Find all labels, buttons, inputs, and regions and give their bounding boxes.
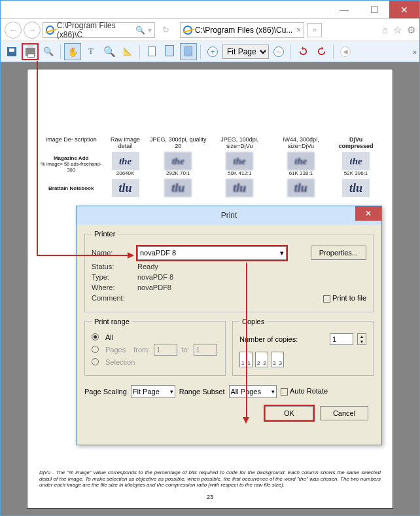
col-header: DjVu compressed [331,135,381,151]
tab-title: C:\Program Files (x86)\Cu... [195,26,292,35]
marquee-button[interactable]: 📐 [119,43,136,60]
browser-tab[interactable]: C:\Program Files (x86)\Cu... × [180,22,304,38]
page-scaling-select[interactable]: Fit Page [131,385,175,398]
row-header: Brattain Notebook [39,177,103,198]
comparison-table: Image De- scription Raw image detail JPE… [39,135,381,198]
save-button[interactable] [3,43,20,60]
collate-preview: 11 22 33 [239,352,366,367]
search-icon[interactable]: 🔍 [135,26,145,35]
zoom-tool-button[interactable]: 🔍 [101,43,118,60]
range-all-radio[interactable]: All [92,333,219,341]
window-close-button[interactable]: ✕ [389,1,419,18]
col-header: JPEG, 300dpi, quality 20 [148,135,209,151]
printer-group: Printer Name: novaPDF 8▾ Properties... S… [84,230,374,312]
status-value: Ready [137,263,158,270]
new-tab-button[interactable]: ▫ [307,23,322,37]
toolbar-overflow[interactable]: » [413,48,417,56]
zoom-in-button[interactable]: + [204,43,221,60]
col-header: IW44, 300dpi, size=DjVu [271,135,332,151]
type-value: novaPDF 8 [137,273,173,281]
prev-page-button[interactable]: ◄ [337,43,354,60]
annotation-arrowhead [243,417,249,424]
range-selection-radio[interactable]: Selection [92,358,219,366]
settings-gear-icon[interactable]: ⚙ [407,24,415,36]
print-to-file-checkbox[interactable]: Print to file [323,294,366,303]
properties-button[interactable]: Properties... [311,246,366,260]
dialog-title: Print ✕ [77,206,381,225]
rotate-ccw-button[interactable] [294,43,311,60]
viewer-toolbar: 🔍 ✋ T 🔍 📐 + Fit Page − ◄ » [1,41,419,62]
tab-close-button[interactable]: × [296,26,301,35]
row-header: Magazine Add% image= 56 ads-freehand-300 [39,151,103,177]
col-header: Raw image detail [103,135,147,151]
ie-icon [46,26,54,35]
find-button[interactable]: 🔍 [40,43,57,60]
address-bar[interactable]: C:\Program Files (x86)\C 🔍 ▾ [43,22,155,38]
cancel-button[interactable]: Cancel [320,406,368,420]
auto-rotate-checkbox[interactable]: Auto Rotate [281,387,328,396]
col-header: JPEG, 100dpi, size=DjVu [209,135,271,151]
print-dialog: Print ✕ Printer Name: novaPDF 8▾ Propert… [76,206,382,445]
ok-button[interactable]: OK [265,406,313,420]
nav-back-button[interactable]: ← [5,22,22,39]
browser-navbar: ← → C:\Program Files (x86)\C 🔍 ▾ ↻ C:\Pr… [1,19,419,41]
print-button[interactable] [22,43,39,60]
home-icon[interactable]: ⌂ [382,24,388,36]
annotation-arrow [37,61,38,256]
window-titlebar: — ☐ ✕ [1,1,419,19]
footnote-text: DjVu . The "% image" value corresponds t… [39,470,381,488]
facing-page-button[interactable] [180,43,197,60]
copies-group: Copies Number of copies: 1 ▲▼ 11 22 33 [232,318,374,376]
col-header: Image De- scription [39,135,103,151]
page-number: 23 [27,494,393,500]
dialog-close-button[interactable]: ✕ [355,206,381,221]
range-pages-radio[interactable]: Pages from:1 to:1 [92,344,219,356]
print-range-group: Print range All Pages from:1 to:1 Select… [84,318,226,376]
where-value: novaPDF8 [137,284,171,291]
nav-forward-button[interactable]: → [24,22,41,39]
continuous-page-button[interactable] [162,43,179,60]
single-page-button[interactable] [143,43,160,60]
zoom-select[interactable]: Fit Page [222,45,269,59]
annotation-arrowhead [128,252,134,259]
copies-input[interactable]: 1 [330,333,353,345]
annotation-arrow [37,255,128,256]
address-text: C:\Program Files (x86)\C [57,21,133,39]
range-subset-select[interactable]: All Pages [229,385,277,398]
rotate-cw-button[interactable] [313,43,330,60]
minimize-button[interactable]: — [329,1,359,18]
text-select-button[interactable]: T [82,43,99,60]
ie-icon [183,26,192,35]
refresh-button[interactable]: ↻ [157,22,174,39]
zoom-out-button[interactable]: − [270,43,287,60]
printer-select[interactable]: novaPDF 8▾ [137,246,287,260]
favorites-icon[interactable]: ☆ [393,24,402,36]
hand-tool-button[interactable]: ✋ [64,43,81,60]
copies-spinner[interactable]: ▲▼ [357,333,366,345]
maximize-button[interactable]: ☐ [359,1,389,18]
annotation-arrow [246,263,247,418]
